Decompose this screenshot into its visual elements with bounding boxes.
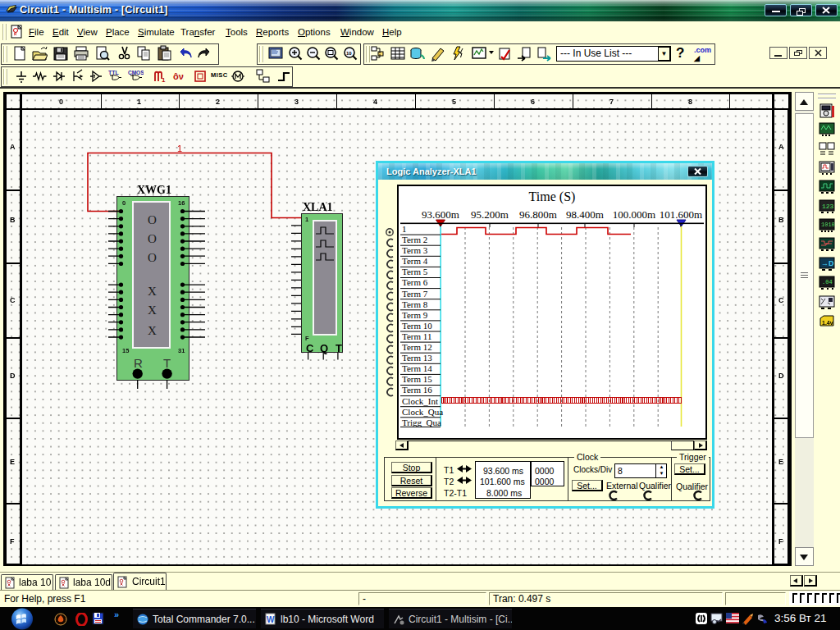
svg-text:.04: .04: [822, 279, 833, 285]
svg-text:1.4v: 1.4v: [822, 320, 833, 326]
svg-text:123: 123: [822, 203, 834, 210]
svg-text:1010: 1010: [821, 221, 835, 228]
svg-text:10: 10: [346, 51, 352, 56]
svg-text:CMOS: CMOS: [128, 70, 144, 75]
svg-text:→D: →D: [821, 259, 834, 267]
svg-text:ôν: ôν: [173, 71, 184, 81]
svg-text:1: 1: [162, 76, 166, 84]
svg-text:TTL: TTL: [108, 70, 120, 75]
svg-text:W: W: [267, 615, 275, 624]
